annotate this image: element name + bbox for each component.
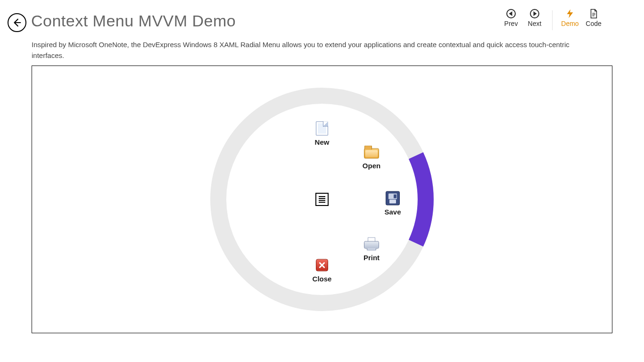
radial-item-close[interactable]: Close	[303, 258, 341, 283]
document-icon	[588, 8, 599, 19]
demo-label: Demo	[561, 20, 578, 27]
code-label: Code	[586, 20, 601, 27]
radial-item-open[interactable]: Open	[353, 145, 390, 170]
radial-item-new[interactable]: New	[303, 121, 341, 146]
printer-icon	[364, 237, 379, 252]
next-button[interactable]: Next	[526, 8, 544, 27]
radial-item-label: Save	[384, 208, 401, 216]
header-actions: Prev Next Demo Code	[502, 8, 636, 30]
separator	[552, 10, 553, 30]
code-tab[interactable]: Code	[585, 8, 603, 27]
close-icon	[314, 258, 330, 273]
next-label: Next	[528, 20, 542, 27]
radial-highlight-arc	[416, 156, 426, 243]
radial-item-label: Open	[363, 162, 380, 170]
prev-button[interactable]: Prev	[502, 8, 520, 27]
radial-item-label: New	[315, 138, 330, 146]
file-new-icon	[314, 121, 330, 136]
document-lines-icon	[319, 196, 325, 203]
floppy-save-icon	[385, 191, 400, 206]
demo-tab[interactable]: Demo	[561, 8, 579, 27]
chevron-right-icon	[530, 9, 539, 18]
radial-item-save[interactable]: Save	[374, 191, 412, 216]
lightning-icon	[565, 8, 575, 19]
page-title: Context Menu MVVM Demo	[31, 12, 236, 30]
prev-label: Prev	[504, 20, 518, 27]
radial-item-label: Close	[313, 275, 332, 283]
back-button[interactable]	[8, 13, 26, 32]
folder-open-icon	[364, 145, 379, 160]
demo-stage: New Open Save Print Close	[32, 66, 612, 333]
chevron-left-icon	[506, 9, 516, 18]
radial-item-print[interactable]: Print	[353, 237, 390, 262]
radial-center-button[interactable]	[315, 193, 329, 206]
arrow-left-icon	[12, 17, 22, 28]
description-text: Inspired by Microsoft OneNote, the DevEx…	[0, 32, 644, 64]
radial-menu: New Open Save Print Close	[209, 86, 435, 313]
radial-item-label: Print	[363, 254, 380, 262]
